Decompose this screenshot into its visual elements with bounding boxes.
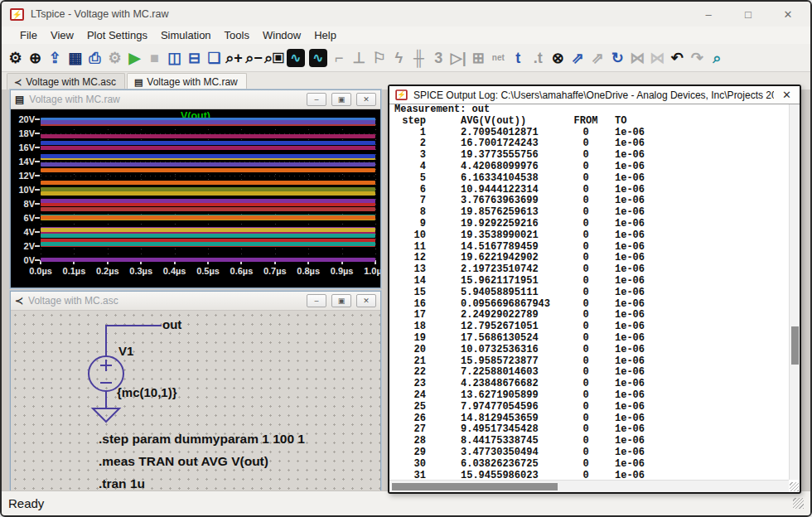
tab-label: Voltage with MC.asc: [26, 76, 116, 88]
window-resize-grip-icon[interactable]: [793, 498, 804, 509]
net-name-icon[interactable]: net: [489, 47, 508, 69]
component-value-mc[interactable]: {mc(10,1)}: [117, 385, 177, 399]
schematic-close-button[interactable]: ✕: [356, 294, 376, 307]
waveform-close-button[interactable]: ✕: [356, 93, 376, 106]
new-file-icon[interactable]: ⊕: [26, 47, 45, 69]
schematic-window-titlebar[interactable]: ≺ Voltage with MC.asc – ▣ ✕: [11, 292, 380, 311]
halt-icon[interactable]: ■: [145, 47, 164, 69]
log-resize-grip[interactable]: [790, 482, 799, 491]
plot-settings-icon[interactable]: ∿: [309, 49, 327, 67]
waveform-minimize-button[interactable]: –: [307, 93, 326, 106]
menu-item-simulation[interactable]: Simulation: [154, 29, 218, 41]
y-axis-tick: [35, 133, 40, 134]
spice-directive-meas[interactable]: .meas TRAN out AVG V(out): [99, 454, 268, 469]
drag-icon[interactable]: ⇗: [588, 47, 607, 69]
log-cell: 16.7001724243: [433, 138, 565, 150]
log-cell: 1e-06: [607, 230, 706, 242]
menu-item-file[interactable]: File: [13, 29, 44, 41]
net-label-out[interactable]: out: [162, 317, 181, 331]
text-tool-icon[interactable]: t: [509, 47, 528, 69]
log-cell: 1e-06: [607, 162, 706, 173]
log-cell: 2.24929022789: [433, 310, 565, 321]
resistor-icon[interactable]: ϟ: [389, 47, 408, 69]
schematic-window-title: Voltage with MC.asc: [28, 295, 302, 307]
label-net-icon[interactable]: ⚐: [370, 47, 389, 69]
x-axis-label: 0.0µs: [22, 266, 60, 276]
undo-icon[interactable]: ↶: [668, 47, 687, 69]
window-controls: – □ ✕: [694, 5, 802, 23]
close-button[interactable]: ✕: [774, 5, 802, 23]
waveform-restore-button[interactable]: ▣: [331, 93, 351, 106]
delete-icon[interactable]: ⊗: [549, 47, 568, 69]
log-cell: 1e-06: [607, 321, 706, 333]
settings-gear-icon[interactable]: ⚙: [6, 47, 25, 69]
spice-directive-tran[interactable]: .tran 1u: [99, 476, 145, 491]
save-icon[interactable]: ▦: [65, 47, 85, 69]
vertical-scrollbar[interactable]: [789, 104, 800, 480]
autorange-y-axis-icon[interactable]: ∿: [287, 49, 305, 67]
plot-area[interactable]: V(out) 0.0µs0.1µs0.2µs0.3µs0.4µs0.5µs0.6…: [11, 109, 380, 287]
menu-item-plot-settings[interactable]: Plot Settings: [80, 29, 154, 41]
maximize-button[interactable]: □: [734, 5, 762, 23]
trace: [41, 141, 375, 145]
log-cell: 8: [389, 207, 433, 219]
run-icon[interactable]: ▶: [125, 47, 144, 69]
log-cell: 1e-06: [607, 402, 706, 413]
cascade-windows-icon[interactable]: ❏: [205, 47, 224, 69]
trace: [41, 234, 375, 238]
control-panel-gear-icon[interactable]: ⚙: [105, 47, 124, 69]
tab-voltage-with-mc-raw[interactable]: ▤ Voltage with MC.raw: [127, 73, 247, 90]
log-cell: 1e-06: [607, 253, 706, 264]
rotate-icon[interactable]: ↻: [608, 47, 627, 69]
print-icon[interactable]: ⎙: [85, 47, 104, 69]
spice-directive-step[interactable]: .step param dummyparam 1 100 1: [99, 432, 305, 447]
menu-item-help[interactable]: Help: [307, 29, 343, 41]
horizontal-scrollbar[interactable]: [389, 480, 789, 492]
ground-icon[interactable]: ⊥: [350, 47, 369, 69]
spice-directive-icon[interactable]: .t: [529, 47, 548, 69]
log-cell: 0: [565, 333, 607, 345]
flip-icon[interactable]: ⋈: [648, 47, 667, 69]
log-cell: 2: [389, 138, 433, 150]
vertical-scrollbar-thumb[interactable]: [791, 326, 799, 365]
wire-icon[interactable]: ⌐: [330, 47, 349, 69]
schematic-minimize-button[interactable]: –: [307, 294, 326, 307]
log-cell: 19: [389, 333, 433, 345]
find-icon[interactable]: ⌕: [708, 47, 727, 69]
menu-item-tools[interactable]: Tools: [218, 29, 256, 41]
zoom-in-icon[interactable]: ⌕+: [225, 47, 244, 69]
titlebar: ⚡ LTspice - Voltage with MC.raw – □ ✕: [2, 2, 810, 27]
mirror-icon[interactable]: ⋈: [628, 47, 647, 69]
component-ref-v1[interactable]: V1: [118, 344, 133, 358]
menu-item-window[interactable]: Window: [256, 29, 307, 41]
minimize-button[interactable]: –: [694, 5, 723, 23]
log-cell: 5: [389, 173, 433, 185]
log-window-titlebar[interactable]: ⚡ SPICE Output Log: C:\Users\amahaffe\On…: [389, 86, 800, 104]
trace: [41, 215, 375, 220]
menu-item-view[interactable]: View: [44, 29, 80, 41]
inductor-icon[interactable]: 3: [429, 47, 448, 69]
capacitor-icon[interactable]: ╫: [409, 47, 428, 69]
log-cell: 1e-06: [607, 299, 706, 311]
redo-icon[interactable]: ↷: [688, 47, 707, 69]
zoom-out-icon[interactable]: ⌕−: [244, 47, 263, 69]
tile-vertically-icon[interactable]: ◫: [165, 47, 184, 69]
trace: [41, 168, 375, 172]
diode-icon[interactable]: ▷|: [449, 47, 468, 69]
log-cell: 0: [565, 253, 607, 264]
open-file-icon[interactable]: ⇪: [46, 47, 65, 69]
log-close-button[interactable]: ✕: [779, 89, 795, 101]
log-cell: 1e-06: [607, 264, 706, 276]
zoom-full-extents-icon[interactable]: ⌕▣: [264, 47, 284, 69]
schematic-restore-button[interactable]: ▣: [331, 294, 351, 307]
tab-voltage-with-mc-asc[interactable]: ≺ Voltage with MC.asc: [7, 73, 125, 90]
log-cell: 6.03826236725: [433, 459, 565, 471]
x-axis-label: 1.0µs: [356, 266, 380, 276]
tile-horizontally-icon[interactable]: ⊟: [185, 47, 204, 69]
component-icon[interactable]: ⊞: [469, 47, 488, 69]
log-cell: 0: [565, 299, 607, 311]
horizontal-scrollbar-thumb[interactable]: [392, 483, 558, 490]
duplicate-icon[interactable]: ⇗: [568, 47, 587, 69]
schematic-canvas[interactable]: out V1 {mc(10,1)} .step param dummyparam…: [11, 311, 380, 490]
waveform-window-titlebar[interactable]: ▤ Voltage with MC.raw – ▣ ✕: [11, 90, 380, 109]
